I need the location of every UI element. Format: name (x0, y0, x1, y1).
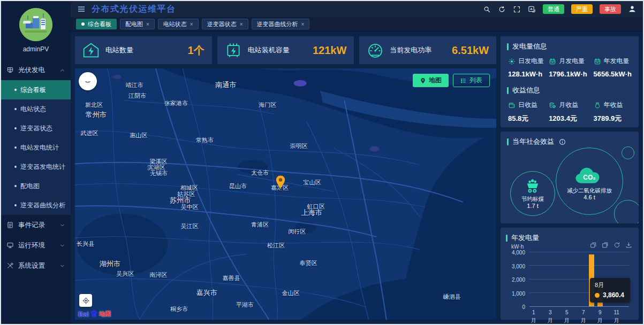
toolbox-datazoom-icon[interactable] (590, 242, 597, 249)
sidebar-item-综合看板[interactable]: 综合看板 (1, 80, 71, 99)
x-axis-ticks: 1月3月5月7月9月11月 (529, 308, 629, 316)
tooltip-series-dot (595, 293, 600, 298)
generation-info-panel: 发电量信息 日发电量128.1kW·h月发电量1796.1kW·h年发电量565… (501, 36, 639, 127)
fullscreen-icon[interactable] (513, 5, 521, 13)
search-icon[interactable] (483, 5, 491, 13)
stats-row: 电站数量1个电站装机容量121kW当前发电功率6.51kW (75, 36, 496, 64)
x-tick-label: 5月 (563, 308, 571, 316)
sidebar-group-事件记录[interactable]: 事件记录 (1, 215, 71, 235)
pv-ops-platform-app: adminPV 光伏发电综合看板电站状态逆变器状态电站发电统计逆变器发电统计配电… (0, 0, 644, 325)
solar-panel-icon (6, 66, 14, 74)
bullet-dot-icon (14, 185, 17, 187)
map-canvas (75, 68, 496, 320)
coal-saving-circle: 节约标煤 1.7 t (510, 171, 555, 216)
x-tick-label (621, 308, 630, 316)
user-avatar[interactable] (19, 8, 52, 41)
refresh-icon[interactable] (498, 5, 506, 13)
pin-icon (420, 78, 426, 84)
sidebar-group-光伏发电[interactable]: 光伏发电 (1, 60, 71, 80)
tooltip-value: 3,860.4 (603, 291, 624, 299)
sidebar-item-逆变器状态[interactable]: 逆变器状态 (1, 119, 71, 138)
title-accent-bar (507, 138, 509, 145)
info-item-日发电量: 日发电量128.1kW·h (508, 57, 549, 78)
info-item-年发电量: 年发电量5656.5kW·h (594, 57, 633, 78)
info-label-text: 月发电量 (559, 57, 585, 66)
list-view-button[interactable]: 列表 (453, 74, 490, 87)
sidebar-submenu: 综合看板电站状态逆变器状态电站发电统计逆变器发电统计配电图逆变器曲线分析 (1, 80, 71, 215)
section-title-text: 年发电量 (511, 233, 539, 243)
info-item-value: 5656.5kW·h (594, 70, 633, 78)
info-label-text: 日收益 (518, 100, 537, 110)
x-tick-label (571, 308, 580, 316)
toolbox-refresh-icon[interactable] (613, 242, 620, 249)
topbar: 分布式光伏运维平台 A普通严重事故 (71, 1, 643, 17)
baidu-logo-cn: 地图 (99, 310, 111, 318)
tab-close-icon[interactable]: × (146, 21, 149, 27)
user-icon[interactable] (628, 5, 637, 13)
info-item-label: 月发电量 (549, 57, 593, 66)
sidebar-item-电站发电统计[interactable]: 电站发电统计 (1, 138, 71, 157)
tooltip-category: 8月 (595, 281, 624, 289)
info-icon[interactable] (559, 138, 566, 145)
stat-card-当前发电功率: 当前发电功率6.51kW (359, 36, 496, 64)
list-button-label: 列表 (469, 76, 482, 85)
x-tick-label: 11月 (612, 308, 621, 316)
tab-逆变器曲线分析[interactable]: 逆变器曲线分析× (252, 19, 310, 29)
tab-电站状态[interactable]: 电站状态× (158, 19, 199, 29)
station-house-icon (82, 42, 100, 59)
sidebar-item-label: 电站状态 (20, 105, 46, 114)
station-pin-icon[interactable] (274, 175, 287, 193)
tab-close-icon[interactable]: × (190, 21, 193, 27)
tab-close-icon[interactable]: × (301, 21, 305, 27)
sidebar-item-电站状态[interactable]: 电站状态 (1, 99, 71, 119)
co2-label: 减少二氧化碳排放 (567, 187, 612, 194)
y-tick-label: 3,000 (512, 263, 525, 269)
sidebar-item-逆变器发电统计[interactable]: 逆变器发电统计 (1, 157, 71, 176)
toolbox-download-icon[interactable] (625, 242, 632, 249)
sun-icon (508, 58, 516, 65)
info-label-text: 年发电量 (604, 57, 630, 66)
locate-button[interactable] (79, 294, 92, 307)
stat-value: 121kW (313, 44, 346, 57)
sidebar-item-配电图[interactable]: 配电图 (1, 176, 71, 196)
tab-逆变器状态[interactable]: 逆变器状态× (202, 19, 248, 29)
right-column: 发电量信息 日发电量128.1kW·h月发电量1796.1kW·h年发电量565… (501, 36, 639, 320)
sidebar-group-label: 事件记录 (18, 221, 45, 230)
sidebar-group-label: 系统设置 (18, 261, 45, 270)
x-tick-label: 7月 (579, 308, 588, 316)
sidebar-group-运行环境[interactable]: 运行环境 (1, 235, 71, 256)
generation-info-title: 发电量信息 (507, 42, 632, 51)
map-view-button[interactable]: 地图 (413, 74, 449, 87)
alarm-badge-事故[interactable]: 事故 (600, 4, 621, 14)
revenue-info-grid: 日收益85.8元月收益1203.4元年收益3789.9元 (508, 100, 632, 123)
sidebar-group-系统设置[interactable]: 系统设置 (1, 256, 71, 276)
main-area: 分布式光伏运维平台 A普通严重事故 综合看板配电图×电站状态×逆变器状态×逆变器… (71, 1, 643, 324)
alarm-badge-严重[interactable]: 严重 (571, 4, 593, 14)
map-cluster-marker[interactable] (79, 72, 97, 90)
map-panel[interactable]: 靖江市南通市江阴市新北区张家港市海门区常州市武进区惠山区常熟市崇明区梁溪区滨湖区… (75, 68, 496, 320)
social-benefit-title: 当年社会效益 (507, 137, 632, 146)
page-title: 分布式光伏运维平台 (92, 4, 176, 15)
svg-text:CO₂: CO₂ (583, 174, 595, 181)
logo-area: adminPV (1, 1, 71, 58)
settings-icon (6, 262, 14, 269)
bullet-dot-icon (14, 204, 17, 206)
tab-close-icon[interactable]: × (240, 21, 243, 27)
info-item-月收益: 月收益1203.4元 (549, 100, 593, 123)
alarm-badge-普通[interactable]: 普通 (543, 4, 564, 14)
sidebar-item-label: 综合看板 (20, 86, 46, 95)
calendar-icon (549, 58, 556, 65)
bullet-dot-icon (14, 108, 17, 110)
tab-label: 逆变器状态 (207, 20, 237, 28)
translate-icon[interactable]: A (528, 5, 536, 13)
tab-配电图[interactable]: 配电图× (120, 19, 155, 29)
city-logo-icon (19, 8, 52, 41)
menu-collapse-icon[interactable] (77, 5, 86, 13)
co2-cloud-icon: CO₂ (572, 162, 607, 185)
toolbox-restore-icon[interactable] (602, 242, 609, 249)
stat-label: 电站数量 (105, 45, 133, 55)
x-tick-label (555, 308, 563, 316)
sidebar-item-逆变器曲线分析[interactable]: 逆变器曲线分析 (1, 196, 71, 215)
chevron-up-icon (59, 67, 65, 73)
tab-综合看板[interactable]: 综合看板 (76, 19, 117, 29)
